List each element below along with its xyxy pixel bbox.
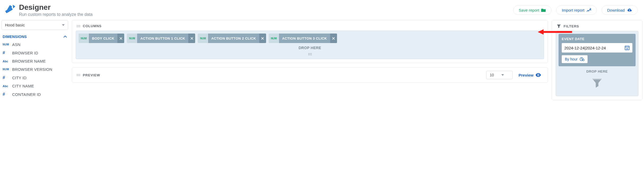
- type-abc-icon: Abc: [3, 85, 9, 88]
- designer-logo-icon: [4, 3, 16, 16]
- import-report-button[interactable]: Import report: [556, 6, 597, 15]
- filter-card-event-date[interactable]: EVENT DATE 2024-12-24|2024-12-24 30 By h…: [559, 34, 636, 66]
- dimension-label: BROWSER ID: [12, 51, 38, 55]
- close-icon: [261, 37, 264, 40]
- preview-panel-row: PREVIEW 10 Preview: [72, 68, 548, 82]
- by-hour-button[interactable]: By hour: [562, 55, 588, 63]
- column-chip-action-1[interactable]: NUM ACTION BUTTON 1 CLICK: [127, 34, 195, 43]
- by-hour-label: By hour: [565, 57, 578, 61]
- dimension-item-browser-id[interactable]: # BROWSER ID: [2, 49, 68, 57]
- preview-rows-select[interactable]: 10: [486, 71, 513, 79]
- dimension-item-city-id[interactable]: # CITY ID: [2, 73, 68, 82]
- drop-grip-icon: [79, 50, 541, 56]
- save-report-label: Save report: [519, 8, 539, 12]
- chip-label: ACTION BUTTON 1 CLICK: [137, 34, 188, 43]
- svg-marker-2: [13, 5, 15, 8]
- preview-controls: 10 Preview: [486, 71, 543, 79]
- project-selected-value: Hood basic: [5, 23, 25, 27]
- chip-remove-button[interactable]: [259, 34, 266, 43]
- caret-down-icon: [62, 24, 65, 26]
- column-chip-body-click[interactable]: NUM BODY CLICK: [79, 34, 124, 43]
- dimension-label: CONTAINER ID: [12, 92, 41, 97]
- svg-point-5: [538, 74, 539, 76]
- calendar-icon: 30: [624, 45, 630, 50]
- caret-down-icon: [501, 74, 504, 76]
- clock-globe-icon: [580, 57, 584, 61]
- columns-panel: COLUMNS NUM BODY CLICK NUM ACTION BUTTON…: [72, 20, 548, 63]
- dimension-item-asn[interactable]: NUM ASN: [2, 40, 68, 49]
- eye-icon: [536, 73, 541, 77]
- dimension-label: CITY ID: [12, 76, 26, 80]
- dimension-item-browser-name[interactable]: Abc BROWSER NAME: [2, 57, 68, 65]
- filters-drop-zone[interactable]: EVENT DATE 2024-12-24|2024-12-24 30 By h…: [556, 31, 638, 96]
- type-hash-icon: #: [3, 50, 9, 55]
- chip-remove-button[interactable]: [188, 34, 195, 43]
- type-hash-icon: #: [3, 75, 9, 80]
- dimension-item-browser-version[interactable]: NUM BROWSER VERSION: [2, 65, 68, 73]
- column-chip-action-2[interactable]: NUM ACTION BUTTON 2 CLICK: [198, 34, 266, 43]
- chip-remove-button[interactable]: [330, 34, 337, 43]
- dimensions-label: DIMENSIONS: [3, 35, 27, 39]
- drag-grip-icon: [77, 74, 80, 76]
- columns-drop-hint: DROP HERE: [79, 43, 541, 50]
- dimension-item-container-id[interactable]: # CONTAINER ID: [2, 90, 68, 99]
- header-left: Designer Run custom reports to analyze t…: [4, 3, 93, 17]
- chip-type-icon: NUM: [198, 34, 208, 43]
- filter-placeholder-icon: [559, 76, 636, 93]
- import-report-label: Import report: [562, 8, 584, 12]
- columns-drop-zone[interactable]: NUM BODY CLICK NUM ACTION BUTTON 1 CLICK…: [76, 31, 544, 59]
- main-area: COLUMNS NUM BODY CLICK NUM ACTION BUTTON…: [72, 20, 642, 104]
- funnel-icon: [591, 78, 603, 88]
- folder-icon: [541, 8, 546, 12]
- sidebar: Hood basic DIMENSIONS NUM ASN # BROWSER …: [2, 20, 68, 99]
- save-report-button[interactable]: Save report: [513, 6, 552, 15]
- type-hash-icon: #: [3, 92, 9, 97]
- dimension-label: BROWSER VERSION: [12, 67, 52, 72]
- preview-button[interactable]: Preview: [516, 71, 543, 79]
- chip-type-icon: NUM: [269, 34, 279, 43]
- dimension-item-city-name[interactable]: Abc CITY NAME: [2, 82, 68, 90]
- drag-grip-icon: [77, 25, 80, 27]
- columns-panel-header: COLUMNS: [72, 20, 548, 31]
- preview-button-label: Preview: [518, 73, 534, 77]
- svg-marker-4: [538, 29, 544, 35]
- filter-icon: [557, 24, 561, 28]
- filters-drop-hint: DROP HERE: [559, 66, 636, 76]
- dimension-label: CITY NAME: [12, 84, 34, 88]
- page-subtitle: Run custom reports to analyze the data: [19, 12, 93, 17]
- chip-label: BODY CLICK: [89, 34, 118, 43]
- preview-panel: PREVIEW 10 Preview: [72, 67, 548, 83]
- filters-header-label: FILTERS: [564, 24, 579, 28]
- download-button[interactable]: Download: [602, 6, 638, 15]
- preview-header: PREVIEW: [77, 73, 100, 77]
- chip-type-icon: NUM: [127, 34, 137, 43]
- header-actions: Save report Import report Download: [513, 6, 638, 15]
- column-chips-row: NUM BODY CLICK NUM ACTION BUTTON 1 CLICK…: [79, 34, 541, 43]
- dimensions-list: NUM ASN # BROWSER ID Abc BROWSER NAME NU…: [2, 40, 68, 99]
- chevron-up-icon: [63, 35, 67, 39]
- column-chip-action-3[interactable]: NUM ACTION BUTTON 3 CLICK: [269, 34, 337, 43]
- page-title: Designer: [19, 3, 93, 12]
- filter-card-title: EVENT DATE: [562, 37, 632, 41]
- type-abc-icon: Abc: [3, 60, 9, 63]
- annotation-arrow-icon: [538, 28, 572, 36]
- page-header: Designer Run custom reports to analyze t…: [0, 0, 644, 20]
- title-block: Designer Run custom reports to analyze t…: [19, 3, 93, 17]
- dimension-label: BROWSER NAME: [12, 59, 46, 63]
- svg-text:30: 30: [626, 48, 628, 50]
- chip-label: ACTION BUTTON 3 CLICK: [279, 34, 330, 43]
- dimension-label: ASN: [12, 42, 20, 47]
- dimensions-section-header[interactable]: DIMENSIONS: [2, 30, 68, 40]
- date-range-input[interactable]: 2024-12-24|2024-12-24 30: [562, 43, 632, 53]
- close-icon: [190, 37, 193, 40]
- main-layout: Hood basic DIMENSIONS NUM ASN # BROWSER …: [0, 20, 644, 104]
- project-select[interactable]: Hood basic: [2, 20, 68, 30]
- chip-remove-button[interactable]: [117, 34, 124, 43]
- type-num-icon: NUM: [3, 43, 9, 46]
- close-icon: [119, 37, 122, 40]
- preview-rows-value: 10: [490, 73, 494, 77]
- download-label: Download: [607, 8, 625, 12]
- date-range-value: 2024-12-24|2024-12-24: [564, 46, 606, 50]
- chip-type-icon: NUM: [79, 34, 89, 43]
- import-chart-icon: [587, 8, 591, 12]
